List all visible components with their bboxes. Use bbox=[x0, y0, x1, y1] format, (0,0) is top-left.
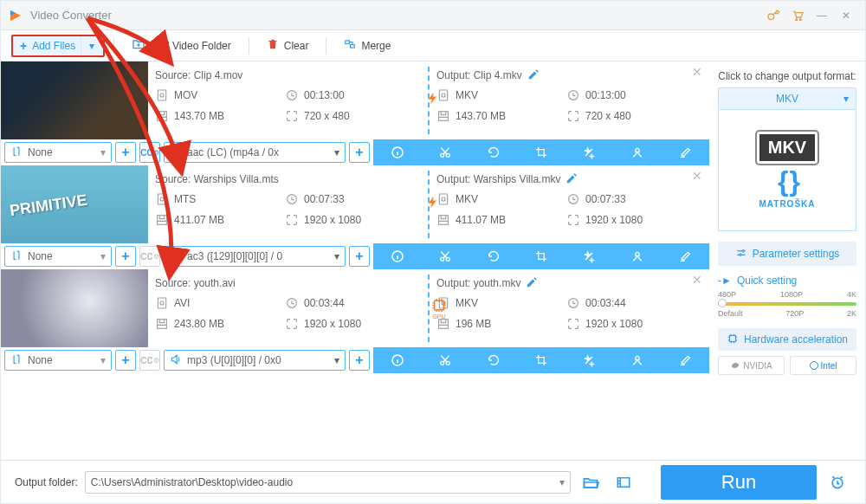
remove-item-button[interactable]: ✕ bbox=[692, 65, 702, 79]
braces-icon: { } bbox=[778, 165, 797, 197]
svg-rect-8 bbox=[158, 112, 167, 121]
cart-icon[interactable] bbox=[785, 3, 810, 28]
sound-icon bbox=[170, 145, 182, 160]
bolt-indicator-icon bbox=[426, 90, 440, 112]
run-button[interactable]: Run bbox=[661, 465, 817, 500]
resolution-icon bbox=[285, 317, 299, 331]
crop-button[interactable] bbox=[517, 243, 565, 269]
minimize-button[interactable]: — bbox=[810, 3, 834, 28]
gpu-indicator-icon: GPU bbox=[431, 298, 447, 320]
audio-track-select[interactable]: mp3 (U[0][0][0] / 0x0 ▾ bbox=[164, 350, 346, 371]
output-path-field[interactable]: C:\Users\Administrator\Desktop\video-aud… bbox=[85, 471, 571, 494]
remove-item-button[interactable]: ✕ bbox=[692, 273, 702, 287]
info-button[interactable] bbox=[373, 139, 421, 165]
add-files-label: Add Files bbox=[32, 40, 75, 52]
chevron-down-icon[interactable]: ▾ bbox=[559, 476, 565, 488]
svg-point-0 bbox=[768, 14, 774, 20]
clock-icon bbox=[566, 296, 580, 310]
merge-button[interactable]: Merge bbox=[335, 35, 399, 57]
subtitle-icon bbox=[10, 145, 23, 160]
parameter-settings-button[interactable]: Parameter settings bbox=[718, 242, 856, 266]
media-item: Source: youth.avi AVI 00:03:44 243.80 MB… bbox=[1, 269, 709, 373]
sound-icon bbox=[170, 353, 182, 368]
remove-item-button[interactable]: ✕ bbox=[692, 169, 702, 183]
svg-rect-30 bbox=[158, 320, 167, 329]
info-button[interactable] bbox=[373, 347, 421, 373]
output-list-button[interactable] bbox=[611, 469, 637, 495]
edit-icon[interactable] bbox=[527, 68, 540, 83]
subtitle-edit-button[interactable] bbox=[662, 139, 709, 165]
watermark-button[interactable] bbox=[613, 243, 661, 269]
svg-point-40 bbox=[739, 254, 740, 255]
quality-slider[interactable]: 480P1080P4K Default720P2K bbox=[718, 290, 856, 318]
chevron-down-icon: ▾ bbox=[334, 250, 339, 262]
chip-icon bbox=[727, 333, 739, 347]
add-audio-button[interactable]: + bbox=[349, 350, 370, 371]
clear-button[interactable]: Clear bbox=[258, 35, 318, 57]
cc-toggle[interactable]: CC⚙ bbox=[139, 246, 160, 267]
svg-point-21 bbox=[442, 197, 445, 201]
intel-toggle[interactable]: Intel bbox=[790, 356, 856, 375]
media-item: Source: Clip 4.mov MOV 00:13:00 143.70 M… bbox=[1, 61, 709, 165]
trim-button[interactable] bbox=[421, 139, 469, 165]
svg-point-39 bbox=[742, 249, 744, 251]
edit-icon[interactable] bbox=[565, 172, 578, 187]
rotate-button[interactable] bbox=[469, 139, 517, 165]
alarm-icon[interactable] bbox=[824, 474, 851, 491]
media-item: Source: Warships Villa.mts MTS 00:07:33 … bbox=[1, 165, 709, 269]
output-label: Output: Clip 4.mkv bbox=[436, 69, 522, 81]
thumbnail[interactable] bbox=[1, 165, 148, 243]
subtitle-select[interactable]: None ▾ bbox=[4, 246, 112, 267]
add-audio-button[interactable]: + bbox=[349, 246, 370, 267]
subtitle-select[interactable]: None ▾ bbox=[4, 142, 112, 163]
audio-track-select[interactable]: ac3 ([129][0][0][0] / 0 ▾ bbox=[164, 246, 346, 267]
subtitle-select[interactable]: None ▾ bbox=[4, 350, 112, 371]
chevron-down-icon: ▾ bbox=[334, 354, 339, 366]
output-label: Output: Warships Villa.mkv bbox=[436, 173, 560, 185]
cc-toggle[interactable]: CC⚙ bbox=[139, 142, 160, 163]
svg-point-1 bbox=[796, 18, 798, 20]
subtitle-edit-button[interactable] bbox=[662, 347, 709, 373]
effects-button[interactable] bbox=[565, 347, 613, 373]
svg-rect-31 bbox=[435, 300, 444, 310]
sound-icon bbox=[170, 249, 182, 264]
add-subtitle-button[interactable]: + bbox=[115, 142, 136, 163]
chevron-down-icon: ▾ bbox=[100, 146, 106, 158]
cc-toggle[interactable]: CC⚙ bbox=[139, 350, 160, 371]
format-prompt: Click to change output format: bbox=[718, 70, 856, 82]
add-folder-button[interactable]: Add Video Folder bbox=[123, 35, 240, 57]
effects-button[interactable] bbox=[565, 243, 613, 269]
trim-button[interactable] bbox=[421, 347, 469, 373]
close-window-button[interactable]: ✕ bbox=[834, 3, 858, 28]
trim-button[interactable] bbox=[421, 243, 469, 269]
thumbnail[interactable] bbox=[1, 269, 148, 347]
chevron-down-icon: ▾ bbox=[334, 146, 339, 158]
edit-icon[interactable] bbox=[526, 276, 538, 291]
rotate-button[interactable] bbox=[469, 243, 517, 269]
watermark-button[interactable] bbox=[613, 139, 661, 165]
open-folder-button[interactable] bbox=[578, 469, 604, 495]
output-format-button[interactable]: MKV ▾ bbox=[718, 87, 856, 110]
subtitle-edit-button[interactable] bbox=[662, 243, 709, 269]
audio-track-select[interactable]: aac (LC) (mp4a / 0x ▾ bbox=[164, 142, 346, 163]
rotate-button[interactable] bbox=[469, 347, 517, 373]
add-audio-button[interactable]: + bbox=[349, 142, 370, 163]
effects-button[interactable] bbox=[565, 139, 613, 165]
watermark-button[interactable] bbox=[613, 347, 661, 373]
format-preview[interactable]: MKV { } MATROŠKA bbox=[718, 110, 856, 231]
add-subtitle-button[interactable]: + bbox=[115, 246, 136, 267]
nvidia-toggle[interactable]: NVIDIA bbox=[718, 356, 785, 375]
crop-button[interactable] bbox=[517, 347, 565, 373]
svg-point-6 bbox=[160, 94, 164, 97]
folder-plus-icon bbox=[132, 37, 145, 54]
crop-button[interactable] bbox=[517, 139, 565, 165]
app-title: Video Converter bbox=[30, 9, 112, 22]
thumbnail[interactable] bbox=[1, 61, 148, 139]
svg-point-10 bbox=[442, 94, 445, 97]
add-files-dropdown[interactable]: ▾ bbox=[81, 36, 101, 55]
add-subtitle-button[interactable]: + bbox=[115, 350, 136, 371]
hardware-accel-button[interactable]: Hardware acceleration bbox=[718, 328, 856, 351]
info-button[interactable] bbox=[373, 243, 421, 269]
license-key-icon[interactable] bbox=[761, 3, 785, 28]
add-files-button[interactable]: + Add Files ▾ bbox=[11, 35, 105, 57]
